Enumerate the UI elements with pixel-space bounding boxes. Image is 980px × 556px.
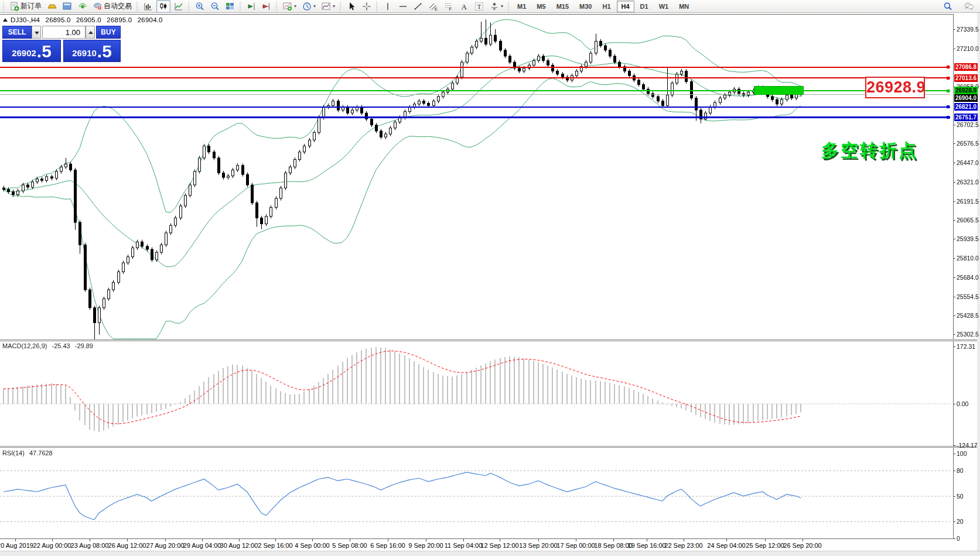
indicators-button[interactable]: ▾ xyxy=(281,0,299,13)
time-axis-label: 18 Sep 08:00 xyxy=(594,542,632,549)
time-axis-label: 6 Sep 16:00 xyxy=(370,542,405,549)
horizontal-line-26821[interactable] xyxy=(0,107,950,108)
dropdown-caret-icon[interactable]: ▾ xyxy=(313,4,316,9)
label-t-icon: T xyxy=(474,2,484,11)
svg-text:A: A xyxy=(462,2,467,11)
timeframe-w1-button[interactable]: W1 xyxy=(654,1,674,12)
tile-windows-button[interactable] xyxy=(223,0,237,13)
chat-button[interactable] xyxy=(962,0,976,13)
price-axis-label: 27210.0 xyxy=(957,45,979,52)
equidistant-channel-button[interactable]: E xyxy=(426,0,441,13)
zoom-in-button[interactable] xyxy=(193,0,207,13)
timeframe-d1-button[interactable]: D1 xyxy=(636,1,653,12)
timeframe-m15-button[interactable]: M15 xyxy=(552,1,573,12)
axis-tick xyxy=(954,471,955,471)
macd-main-value: -25.43 xyxy=(52,342,70,349)
trendline-icon xyxy=(414,2,423,11)
search-button[interactable] xyxy=(941,0,955,13)
sell-button[interactable]: SELL xyxy=(2,26,32,39)
rsi-panel-separator[interactable] xyxy=(0,446,980,448)
rsi-label-row: RSI(14) 47.7628 xyxy=(2,449,56,457)
main-chart-canvas[interactable] xyxy=(0,14,954,340)
horizontal-line-26751.7[interactable] xyxy=(0,116,950,118)
axis-tick xyxy=(954,258,955,259)
line-handle[interactable] xyxy=(947,105,950,108)
auto-trading-button[interactable]: 自动交易 xyxy=(91,0,134,13)
crosshair-button[interactable] xyxy=(360,0,374,13)
rsi-panel-canvas[interactable] xyxy=(0,448,954,538)
horizontal-line-26928.9[interactable] xyxy=(0,90,950,91)
time-axis-tick xyxy=(165,539,166,541)
line-handle[interactable] xyxy=(947,116,950,119)
time-axis-tick xyxy=(463,539,464,541)
time-axis-tick xyxy=(15,539,16,541)
time-axis-label: 30 Aug 12:00 xyxy=(220,542,258,549)
volume-decrease-button[interactable] xyxy=(32,26,41,39)
line-handle[interactable] xyxy=(947,90,950,92)
macd-panel-canvas[interactable] xyxy=(0,342,954,446)
templates-button[interactable]: ▾ xyxy=(319,0,337,13)
axis-tick xyxy=(954,445,955,446)
horizontal-line-27013.6[interactable] xyxy=(0,77,950,78)
timeframe-m5-button[interactable]: M5 xyxy=(532,1,550,12)
macd-panel-separator[interactable] xyxy=(0,339,980,341)
price-callout-box[interactable]: 26928.9 xyxy=(865,77,925,98)
signals-button[interactable] xyxy=(76,0,90,13)
line-handle[interactable] xyxy=(947,66,950,68)
line-handle[interactable] xyxy=(947,77,950,80)
volume-increase-button[interactable] xyxy=(86,26,95,39)
vertical-line-button[interactable] xyxy=(381,0,395,13)
auto-scroll-button[interactable] xyxy=(244,0,258,13)
horizontal-line-27086.8[interactable] xyxy=(0,67,950,68)
chart-shift-button[interactable] xyxy=(259,0,274,13)
timeframe-m30-button[interactable]: M30 xyxy=(575,1,596,12)
history-center-button[interactable] xyxy=(45,0,59,13)
price-tag-27086.8: 27086.8 xyxy=(954,63,978,71)
dropdown-caret-icon[interactable]: ▾ xyxy=(333,4,335,9)
bar-chart-button[interactable] xyxy=(141,0,155,13)
sell-price-panel[interactable]: 26902 .5 xyxy=(2,40,61,62)
timeframe-m1-button[interactable]: M1 xyxy=(513,1,531,12)
periods-button[interactable]: ▾ xyxy=(300,0,318,13)
zoom-out-button[interactable] xyxy=(208,0,222,13)
time-axis-tick xyxy=(388,539,388,541)
cursor-button[interactable] xyxy=(344,0,358,13)
pivot-annotation-text[interactable]: 多空转折点 xyxy=(821,139,918,163)
sell-price-frac: .5 xyxy=(37,43,52,60)
toolbar-group-grip xyxy=(240,2,242,11)
axis-tick xyxy=(954,454,955,454)
price-axis-label: 25684.0 xyxy=(957,274,979,281)
one-click-collapse-icon[interactable] xyxy=(3,18,8,22)
rsi-name: RSI(14) xyxy=(2,449,25,457)
fibonacci-button[interactable]: F xyxy=(442,0,456,13)
axis-tick xyxy=(954,143,955,144)
text-button[interactable]: A xyxy=(457,0,471,13)
market-window-icon xyxy=(63,2,72,11)
arrows-button[interactable]: ▾ xyxy=(487,0,506,13)
timeframe-h1-button[interactable]: H1 xyxy=(597,1,615,12)
trendline-button[interactable] xyxy=(411,0,425,13)
time-axis-label: 20 Aug 2019 xyxy=(0,542,33,549)
timeframe-h4-button[interactable]: H4 xyxy=(617,1,634,12)
dropdown-caret-icon[interactable]: ▾ xyxy=(501,4,503,9)
dropdown-caret-icon[interactable]: ▾ xyxy=(294,4,296,9)
time-axis-label: 4 Sep 00:00 xyxy=(295,542,329,549)
template-icon xyxy=(322,2,331,11)
horizontal-line-button[interactable] xyxy=(396,0,410,13)
line-chart-button[interactable] xyxy=(172,0,186,13)
rsi-value: 47.7628 xyxy=(29,449,53,457)
horizontal-line-26904[interactable] xyxy=(0,94,950,95)
buy-price-panel[interactable]: 26910 .5 xyxy=(63,40,121,62)
new-order-button[interactable]: 新订单 xyxy=(8,0,44,13)
text-label-button[interactable]: T xyxy=(472,0,486,13)
timeframe-mn-button[interactable]: MN xyxy=(674,1,694,12)
market-watch-button[interactable] xyxy=(60,0,74,13)
search-icon xyxy=(943,2,952,11)
buy-button[interactable]: BUY xyxy=(96,26,121,39)
candlestick-button[interactable] xyxy=(156,0,170,13)
green-rectangle-object[interactable] xyxy=(754,86,804,95)
price-axis-label: 26321.0 xyxy=(957,179,979,186)
volume-input[interactable] xyxy=(42,26,86,39)
axis-tick xyxy=(954,125,955,125)
time-axis-tick xyxy=(127,539,128,541)
